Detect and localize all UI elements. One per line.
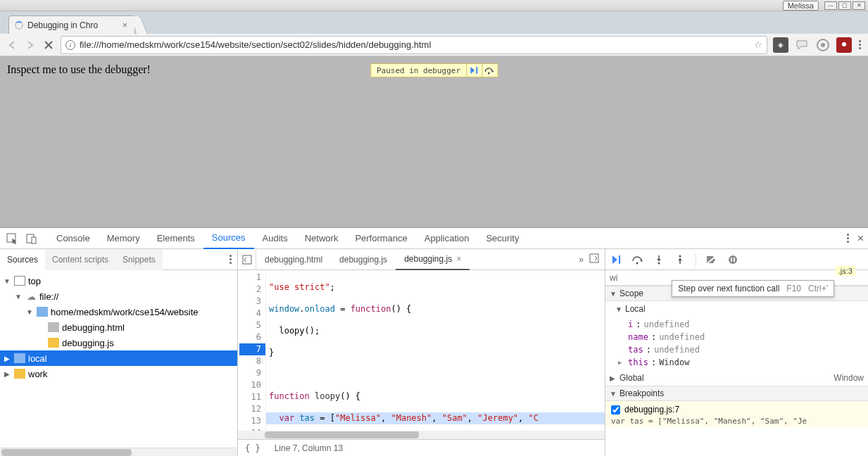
breakpoint-checkbox[interactable]	[611, 405, 620, 414]
tab-console[interactable]: Console	[48, 228, 99, 249]
code-editor[interactable]: 1234567891011121314 "use strict"; window…	[238, 270, 605, 431]
devtools-header: Console Memory Elements Sources Audits N…	[0, 228, 868, 249]
window-close-button[interactable]: ✕	[853, 1, 865, 10]
tooltip-text: Step over next function call	[678, 284, 779, 293]
line-gutter: 1234567891011121314	[238, 270, 266, 431]
tree-folder-work[interactable]: ▶work	[0, 366, 237, 381]
frame-icon	[14, 276, 25, 286]
navigator-tabs: Sources Content scripts Snippets	[0, 249, 237, 270]
resume-button[interactable]	[610, 253, 624, 267]
scope-local-vars: i: undefined name: undefined tas: undefi…	[605, 317, 868, 370]
tree-top[interactable]: ▼top	[0, 273, 237, 289]
window-minimize-button[interactable]: —	[824, 1, 837, 10]
editor-tab-2[interactable]: debugging.js×	[396, 249, 470, 270]
chrome-menu-button[interactable]	[857, 39, 862, 51]
page-viewport: Inspect me to use the debugger! Paused i…	[0, 56, 868, 227]
step-out-button[interactable]	[673, 253, 687, 267]
svg-point-4	[488, 72, 490, 75]
breakpoint-item[interactable]: debugging.js:7	[611, 403, 862, 417]
file-tree: ▼top ▼☁file:// ▼home/medskm/work/cse154/…	[0, 270, 237, 448]
devtools-menu-button[interactable]	[845, 232, 850, 244]
navigator-tab-sources[interactable]: Sources	[0, 249, 45, 270]
site-info-icon[interactable]: i	[65, 40, 75, 50]
step-into-button[interactable]	[652, 253, 666, 267]
scope-this[interactable]: ▶this: Window	[618, 356, 868, 369]
deactivate-breakpoints-button[interactable]	[705, 253, 719, 267]
svg-point-13	[679, 255, 681, 257]
tab-sources[interactable]: Sources	[203, 228, 254, 249]
tab-security[interactable]: Security	[477, 228, 527, 249]
window-maximize-button[interactable]: ▢	[838, 1, 851, 10]
devtools-panel: Console Memory Elements Sources Audits N…	[0, 227, 868, 456]
pause-step-button[interactable]	[482, 64, 497, 77]
tree-folder-local[interactable]: ▶local	[0, 350, 237, 366]
folder-icon	[14, 353, 25, 363]
paused-in-debugger-banner: Paused in debugger	[370, 63, 498, 77]
ublock-icon[interactable]	[836, 37, 852, 53]
svg-point-12	[658, 262, 660, 264]
editor-h-scrollbar[interactable]	[238, 431, 605, 439]
pretty-print-button[interactable]: { }	[245, 443, 260, 453]
editor-tabstrip: debugging.html debugging.js debugging.js…	[238, 249, 605, 270]
navigator-menu-button[interactable]	[224, 255, 237, 264]
tree-path[interactable]: ▼home/medskm/work/cse154/website	[0, 304, 237, 319]
element-picker-icon[interactable]	[4, 231, 20, 246]
tab-audits[interactable]: Audits	[254, 228, 296, 249]
tab-performance[interactable]: Performance	[346, 228, 415, 249]
devtools-tabs: Console Memory Elements Sources Audits N…	[48, 228, 527, 249]
scope-global-header[interactable]: ▶GlobalWindow	[605, 370, 868, 386]
address-bar[interactable]: i file:///home/medskm/work/cse154/websit…	[61, 36, 767, 54]
tab-network[interactable]: Network	[296, 228, 347, 249]
scope-local-header[interactable]: ▼Local	[605, 301, 868, 317]
scope-var: name: undefined	[618, 331, 868, 343]
svg-point-11	[636, 262, 639, 264]
tree-scheme[interactable]: ▼☁file://	[0, 289, 237, 304]
pause-resume-button[interactable]	[466, 64, 482, 77]
devtools-close-button[interactable]: ×	[857, 232, 864, 245]
tab-title: Debugging in Chro	[27, 20, 98, 30]
tab-close-button[interactable]: ×	[120, 20, 129, 30]
debugger-toolbar	[605, 249, 868, 270]
navigator-tab-content-scripts[interactable]: Content scripts	[45, 249, 115, 270]
svg-rect-7	[32, 237, 36, 243]
browser-tab[interactable]: Debugging in Chro ×	[8, 15, 135, 34]
extension-icon-1[interactable]: ◈	[773, 37, 788, 53]
extension-icon-3[interactable]	[815, 37, 831, 53]
device-toolbar-icon[interactable]	[24, 231, 39, 246]
url-text: file:///home/medskm/work/cse154/website/…	[80, 39, 750, 50]
paused-location-badge: .js:3	[836, 266, 855, 276]
editor-tab-0[interactable]: debugging.html	[256, 249, 331, 270]
tab-application[interactable]: Application	[416, 228, 478, 249]
tooltip-shortcut-1: F10	[786, 284, 801, 293]
more-tabs-chevron-icon[interactable]: »	[579, 255, 584, 265]
svg-rect-15	[731, 258, 732, 262]
navigator-h-scrollbar[interactable]	[0, 448, 237, 456]
editor-tab-1[interactable]: debugging.js	[331, 249, 396, 270]
breakpoints-header[interactable]: ▼Breakpoints	[605, 386, 868, 401]
code-lines: "use strict"; window.onload = function()…	[266, 270, 605, 431]
folder-icon	[14, 369, 25, 379]
step-over-button[interactable]	[631, 253, 645, 267]
tree-file-html[interactable]: debugging.html	[0, 319, 237, 335]
bookmark-star-icon[interactable]: ☆	[754, 39, 762, 50]
breakpoint-preview: var tas = ["Melissa", "Manesh", "Sam", "…	[611, 417, 862, 426]
pause-on-exceptions-button[interactable]	[726, 253, 740, 267]
tab-elements[interactable]: Elements	[149, 228, 203, 249]
stop-reload-button[interactable]	[42, 39, 55, 51]
tooltip-shortcut-2: Ctrl+'	[808, 284, 828, 293]
tab-memory[interactable]: Memory	[99, 228, 149, 249]
navigator-tab-snippets[interactable]: Snippets	[115, 249, 163, 270]
back-button[interactable]	[6, 39, 18, 51]
sources-navigator: Sources Content scripts Snippets ▼top ▼☁…	[0, 249, 238, 456]
cursor-position: Line 7, Column 13	[275, 443, 343, 453]
close-icon[interactable]: ×	[456, 254, 461, 264]
svg-point-14	[729, 255, 737, 264]
toggle-debugger-pane-button[interactable]	[589, 253, 599, 265]
pause-message: Paused in debugger	[371, 65, 466, 77]
forward-button[interactable]	[24, 39, 37, 51]
toggle-navigator-button[interactable]	[238, 249, 256, 270]
tree-file-js[interactable]: debugging.js	[0, 335, 237, 350]
breakpoints-body: debugging.js:7 var tas = ["Melissa", "Ma…	[605, 401, 868, 427]
extension-icon-2[interactable]	[794, 37, 810, 53]
scope-var: i: undefined	[618, 318, 868, 331]
